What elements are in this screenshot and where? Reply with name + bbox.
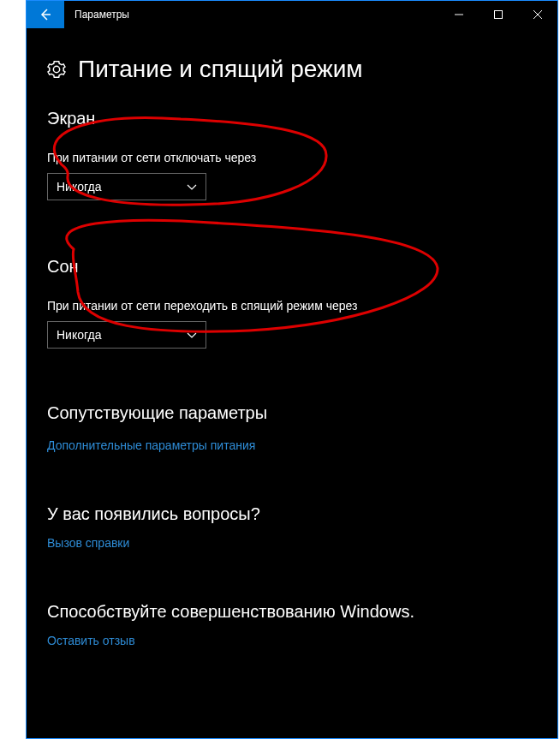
- dropdown-value: Никогда: [57, 180, 101, 194]
- gear-icon: [47, 60, 66, 79]
- screen-off-dropdown[interactable]: Никогда: [47, 173, 206, 200]
- additional-power-link[interactable]: Дополнительные параметры питания: [47, 438, 255, 452]
- window-controls: [439, 1, 557, 28]
- feedback-heading: Способствуйте совершенствованию Windows.: [47, 602, 537, 622]
- settings-window: Параметры Питание и спящий режим Экран П…: [26, 0, 558, 739]
- maximize-button[interactable]: [479, 1, 518, 28]
- sleep-label: При питании от сети переходить в спящий …: [47, 299, 537, 313]
- maximize-icon: [494, 10, 503, 19]
- sleep-heading: Сон: [47, 257, 537, 277]
- titlebar: Параметры: [27, 1, 557, 28]
- help-heading: У вас появились вопросы?: [47, 504, 537, 524]
- page-title: Питание и спящий режим: [78, 56, 363, 83]
- sleep-dropdown[interactable]: Никогда: [47, 321, 206, 349]
- screen-heading: Экран: [47, 109, 537, 128]
- chevron-down-icon: [187, 182, 197, 192]
- dropdown-value: Никогда: [57, 328, 101, 342]
- minimize-icon: [455, 10, 463, 19]
- related-heading: Сопутствующие параметры: [47, 403, 537, 423]
- content-area: Питание и спящий режим Экран При питании…: [27, 28, 557, 648]
- close-icon: [533, 10, 542, 19]
- screen-off-label: При питании от сети отключать через: [47, 151, 537, 164]
- chevron-down-icon: [187, 330, 197, 340]
- arrow-left-icon: [39, 8, 52, 21]
- get-help-link[interactable]: Вызов справки: [47, 536, 129, 550]
- window-title: Параметры: [64, 1, 439, 28]
- page-header: Питание и спящий режим: [47, 56, 537, 83]
- back-button[interactable]: [27, 1, 64, 28]
- minimize-button[interactable]: [439, 1, 479, 28]
- svg-rect-2: [495, 11, 503, 19]
- feedback-link[interactable]: Оставить отзыв: [47, 634, 135, 647]
- close-button[interactable]: [518, 1, 557, 28]
